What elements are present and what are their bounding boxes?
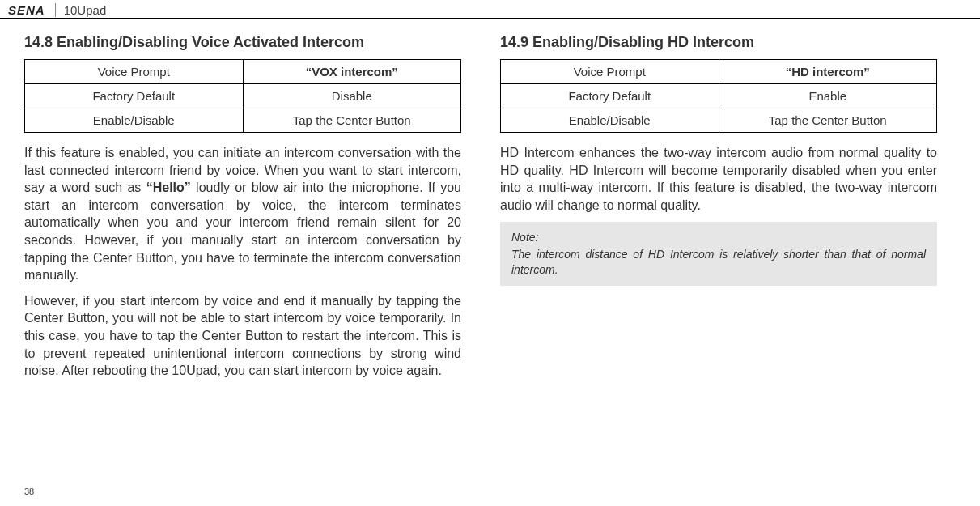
settings-table-hd: Voice Prompt “HD intercom” Factory Defau… [500, 59, 937, 133]
table-row: Enable/Disable Tap the Center Button [25, 108, 461, 133]
table-row: Factory Default Disable [25, 84, 461, 108]
paragraph-hd: HD Intercom enhances the two-way interco… [500, 144, 937, 214]
page-header: SENA 10Upad [0, 0, 980, 19]
cell-voice-prompt-label: Voice Prompt [25, 60, 244, 84]
settings-table-vox: Voice Prompt “VOX intercom” Factory Defa… [24, 59, 461, 133]
table-row: Voice Prompt “HD intercom” [501, 60, 937, 84]
cell-factory-default-label: Factory Default [25, 84, 244, 108]
right-column: 14.9 Enabling/Disabling HD Intercom Voic… [500, 34, 937, 388]
hello-keyword: “Hello” [146, 181, 191, 194]
text-segment: loudly or blow air into the microphone. … [24, 181, 461, 282]
cell-voice-prompt-value: “HD intercom” [719, 60, 937, 84]
product-name: 10Upad [64, 3, 107, 17]
cell-factory-default-value: Disable [243, 84, 461, 108]
cell-enable-disable-label: Enable/Disable [25, 108, 244, 133]
paragraph-1: If this feature is enabled, you can init… [24, 144, 461, 284]
page-content: 14.8 Enabling/Disabling Voice Activated … [0, 19, 980, 396]
note-box: Note: The intercom distance of HD Interc… [500, 222, 937, 286]
table-row: Factory Default Enable [501, 84, 937, 108]
cell-factory-default-label: Factory Default [501, 84, 719, 108]
note-text: The intercom distance of HD Intercom is … [511, 248, 926, 276]
note-label: Note: [511, 230, 926, 245]
table-row: Enable/Disable Tap the Center Button [501, 108, 937, 133]
cell-voice-prompt-value: “VOX intercom” [243, 60, 461, 84]
brand-logo: SENA [8, 3, 56, 17]
cell-enable-disable-value: Tap the Center Button [719, 108, 937, 133]
heading-14-8: 14.8 Enabling/Disabling Voice Activated … [24, 34, 461, 51]
cell-enable-disable-label: Enable/Disable [501, 108, 719, 133]
paragraph-2: However, if you start intercom by voice … [24, 292, 461, 380]
cell-factory-default-value: Enable [719, 84, 937, 108]
heading-14-9: 14.9 Enabling/Disabling HD Intercom [500, 34, 937, 51]
cell-voice-prompt-label: Voice Prompt [501, 60, 719, 84]
cell-enable-disable-value: Tap the Center Button [243, 108, 461, 133]
page-number: 38 [24, 487, 34, 496]
left-column: 14.8 Enabling/Disabling Voice Activated … [24, 34, 461, 388]
table-row: Voice Prompt “VOX intercom” [25, 60, 461, 84]
